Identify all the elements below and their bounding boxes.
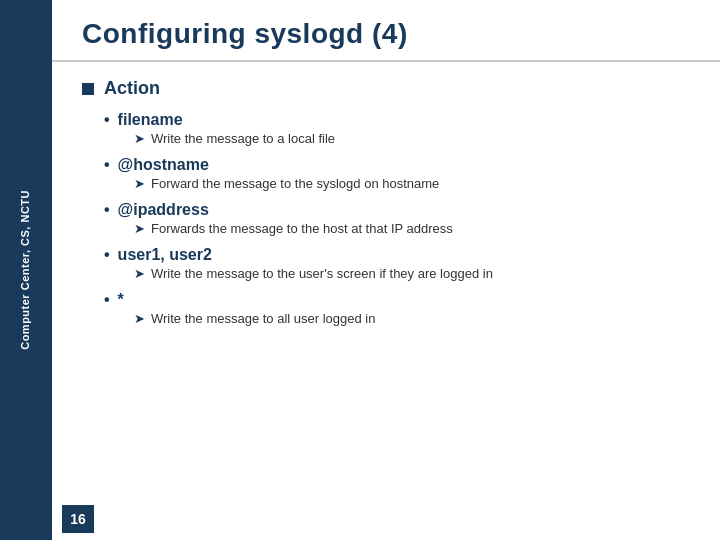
list-item: @ipaddress ➤ Forwards the message to the… (104, 201, 690, 236)
sidebar-label: Computer Center, CS, NCTU (18, 190, 33, 350)
arrow-icon: ➤ (134, 176, 145, 191)
list-item: filename ➤ Write the message to a local … (104, 111, 690, 146)
section-title: Action (104, 78, 160, 99)
sub-items-star: ➤ Write the message to all user logged i… (104, 311, 690, 326)
arrow-icon: ➤ (134, 221, 145, 236)
item-star-label: * (104, 291, 690, 309)
sub-items-filename: ➤ Write the message to a local file (104, 131, 690, 146)
sub-item: ➤ Forwards the message to the host at th… (134, 221, 690, 236)
main-content: Configuring syslogd (4) Action filename … (52, 0, 720, 540)
item-hostname-label: @hostname (104, 156, 690, 174)
section-header: Action (82, 78, 690, 99)
item-filename-label: filename (104, 111, 690, 129)
list-item: * ➤ Write the message to all user logged… (104, 291, 690, 326)
list-item: user1, user2 ➤ Write the message to the … (104, 246, 690, 281)
bullet-icon (82, 83, 94, 95)
page-title: Configuring syslogd (4) (82, 18, 690, 50)
page-number-area: 16 (52, 504, 720, 540)
page-number: 16 (62, 505, 94, 533)
items-list: filename ➤ Write the message to a local … (82, 111, 690, 326)
sub-items-ipaddress: ➤ Forwards the message to the host at th… (104, 221, 690, 236)
arrow-icon: ➤ (134, 311, 145, 326)
content-area: Action filename ➤ Write the message to a… (52, 70, 720, 504)
item-ipaddress-label: @ipaddress (104, 201, 690, 219)
sub-items-users: ➤ Write the message to the user's screen… (104, 266, 690, 281)
list-item: @hostname ➤ Forward the message to the s… (104, 156, 690, 191)
sub-item: ➤ Write the message to a local file (134, 131, 690, 146)
sub-item: ➤ Write the message to all user logged i… (134, 311, 690, 326)
sidebar: Computer Center, CS, NCTU (0, 0, 52, 540)
item-users-label: user1, user2 (104, 246, 690, 264)
arrow-icon: ➤ (134, 266, 145, 281)
sub-item: ➤ Write the message to the user's screen… (134, 266, 690, 281)
title-area: Configuring syslogd (4) (52, 0, 720, 62)
sub-items-hostname: ➤ Forward the message to the syslogd on … (104, 176, 690, 191)
sub-item: ➤ Forward the message to the syslogd on … (134, 176, 690, 191)
arrow-icon: ➤ (134, 131, 145, 146)
